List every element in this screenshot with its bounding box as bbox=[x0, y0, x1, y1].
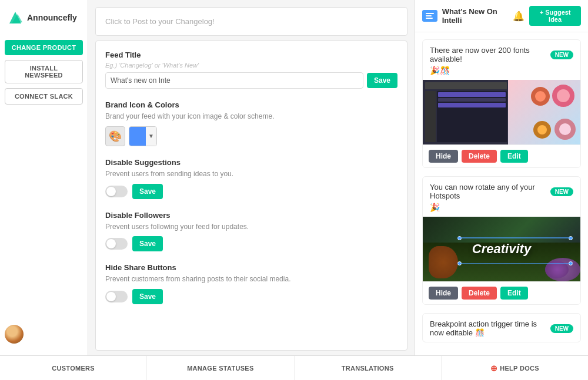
feed-entry-hotspots-emoji: 🎉 bbox=[430, 203, 573, 212]
avatar[interactable] bbox=[5, 325, 24, 344]
feed-entry-hotspots-header: You can now rotate any of your Hotspots … bbox=[423, 177, 580, 217]
hide-share-buttons-section: Hide Share Buttons Prevent customers fro… bbox=[105, 263, 397, 304]
hide-share-buttons-toggle[interactable] bbox=[105, 291, 128, 302]
right-header: What's New On Intelli 🔔 + Suggest Idea bbox=[415, 0, 588, 32]
translations-button[interactable]: TRANSLATIONS bbox=[295, 356, 442, 380]
notification-bell-button[interactable]: 🔔 bbox=[513, 11, 524, 22]
feed-entry-hotspots-actions: Hide Delete Edit bbox=[423, 281, 580, 304]
color-chevron-icon[interactable]: ▼ bbox=[146, 127, 156, 146]
disable-followers-desc: Prevent users following your feed for up… bbox=[105, 222, 397, 232]
disable-suggestions-toggle[interactable] bbox=[105, 186, 128, 197]
help-docs-label: HELP DOCS bbox=[500, 365, 539, 372]
hide-share-buttons-row: Save bbox=[105, 289, 397, 304]
feed-entry-hotspots-delete-button[interactable]: Delete bbox=[462, 287, 497, 300]
feed-entry-hotspots-text: You can now rotate any of your Hotspots bbox=[430, 183, 546, 200]
feed-entry-fonts-badge: NEW bbox=[550, 51, 573, 59]
feed-title-save-button[interactable]: Save bbox=[367, 73, 397, 88]
help-docs-button[interactable]: ⊕ HELP DOCS bbox=[442, 356, 588, 380]
logo-icon bbox=[7, 9, 24, 26]
feed-title-section: Feed Title Eg.) 'Changelog' or 'What's N… bbox=[105, 51, 397, 89]
creativity-text: Creativity bbox=[472, 241, 531, 257]
feed-title-label: Feed Title bbox=[105, 51, 397, 59]
right-panel: What's New On Intelli 🔔 + Suggest Idea T… bbox=[415, 0, 588, 355]
feed-entry-fonts-text: There are now over 200 fonts available! bbox=[430, 46, 546, 63]
disable-followers-section: Disable Followers Prevent users followin… bbox=[105, 211, 397, 252]
disable-followers-toggle[interactable] bbox=[105, 238, 128, 250]
feed-entry-hotspots: You can now rotate any of your Hotspots … bbox=[422, 176, 581, 305]
feed-title-input-row: Save bbox=[105, 72, 397, 89]
change-product-button[interactable]: CHANGE PRODUCT bbox=[5, 40, 83, 55]
disable-followers-label: Disable Followers bbox=[105, 211, 397, 220]
feed-entry-fonts-image bbox=[423, 80, 580, 144]
feed-title-input[interactable] bbox=[105, 72, 363, 89]
brand-icon-section: Brand Icon & Colors Brand your feed with… bbox=[105, 100, 397, 146]
main-content: Click to Post to your Changelog! Feed Ti… bbox=[88, 0, 415, 355]
post-bar[interactable]: Click to Post to your Changelog! bbox=[95, 7, 407, 36]
feed-entry-fonts-hide-button[interactable]: Hide bbox=[429, 150, 458, 163]
right-panel-title: What's New On Intelli bbox=[442, 7, 513, 25]
feed-entry-fonts-delete-button[interactable]: Delete bbox=[462, 150, 497, 163]
hide-share-buttons-label: Hide Share Buttons bbox=[105, 263, 397, 272]
feed-entry-hotspots-title-row: You can now rotate any of your Hotspots … bbox=[430, 183, 573, 200]
feed-entry-hotspots-badge: NEW bbox=[550, 187, 573, 196]
feed-title-placeholder: Eg.) 'Changelog' or 'What's New' bbox=[105, 62, 397, 69]
disable-suggestions-section: Disable Suggestions Prevent users from s… bbox=[105, 158, 397, 199]
feed-entry-fonts-title-row: There are now over 200 fonts available! … bbox=[430, 46, 573, 63]
feed-entry-fonts-emoji: 🎉🎊 bbox=[430, 66, 573, 75]
brand-icon-desc: Brand your feed with your icon image & c… bbox=[105, 112, 397, 122]
feed-entry-breakpoint: Breakpoint action trigger time is now ed… bbox=[422, 313, 581, 342]
feed-entry-fonts-actions: Hide Delete Edit bbox=[423, 144, 580, 167]
feed-entry-breakpoint-title-row: Breakpoint action trigger time is now ed… bbox=[430, 320, 573, 337]
logo-text: Announcefly bbox=[27, 13, 77, 22]
avatar-area bbox=[5, 320, 83, 348]
customers-button[interactable]: CUSTOMERS bbox=[0, 356, 147, 380]
help-docs-icon: ⊕ bbox=[490, 364, 497, 373]
feed-entry-fonts: There are now over 200 fonts available! … bbox=[422, 39, 581, 168]
brand-icon-label: Brand Icon & Colors bbox=[105, 100, 397, 109]
feed-icon bbox=[422, 10, 437, 22]
logo-area: Announcefly bbox=[5, 7, 83, 28]
color-row: 🎨 ▼ bbox=[105, 126, 397, 146]
sidebar: Announcefly CHANGE PRODUCT INSTALL NEWSF… bbox=[0, 0, 88, 355]
feed-entry-breakpoint-header: Breakpoint action trigger time is now ed… bbox=[423, 314, 580, 342]
post-bar-text: Click to Post to your Changelog! bbox=[105, 17, 215, 26]
settings-panel: Feed Title Eg.) 'Changelog' or 'What's N… bbox=[95, 41, 407, 351]
bottom-bar: CUSTOMERS MANAGE STATUSES TRANSLATIONS ⊕… bbox=[0, 355, 588, 380]
feed-entry-hotspots-hide-button[interactable]: Hide bbox=[429, 287, 458, 300]
feed-entry-fonts-edit-button[interactable]: Edit bbox=[500, 150, 528, 163]
feed-entry-breakpoint-badge: NEW bbox=[550, 324, 573, 333]
color-picker[interactable]: ▼ bbox=[129, 126, 157, 146]
icon-preview[interactable]: 🎨 bbox=[105, 126, 125, 146]
disable-suggestions-label: Disable Suggestions bbox=[105, 158, 397, 167]
disable-suggestions-row: Save bbox=[105, 184, 397, 199]
right-header-left: What's New On Intelli bbox=[422, 7, 513, 25]
feed-entry-hotspots-edit-button[interactable]: Edit bbox=[500, 287, 528, 300]
right-actions: 🔔 + Suggest Idea bbox=[513, 6, 581, 26]
connect-slack-button[interactable]: CONNECT SLACK bbox=[5, 88, 83, 105]
disable-suggestions-desc: Prevent users from sending ideas to you. bbox=[105, 169, 397, 179]
suggest-idea-button[interactable]: + Suggest Idea bbox=[529, 6, 581, 26]
disable-followers-save-button[interactable]: Save bbox=[132, 236, 163, 251]
feed-entry-hotspots-image: Creativity bbox=[423, 217, 580, 281]
manage-statuses-button[interactable]: MANAGE STATUSES bbox=[147, 356, 294, 380]
right-feed: There are now over 200 fonts available! … bbox=[415, 32, 588, 355]
color-swatch[interactable] bbox=[129, 127, 146, 146]
hide-share-buttons-save-button[interactable]: Save bbox=[132, 289, 163, 304]
icon-preview-emoji: 🎨 bbox=[109, 130, 122, 143]
feed-entry-breakpoint-text: Breakpoint action trigger time is now ed… bbox=[430, 320, 546, 337]
feed-entry-fonts-header: There are now over 200 fonts available! … bbox=[423, 40, 580, 80]
disable-followers-row: Save bbox=[105, 236, 397, 251]
hide-share-buttons-desc: Prevent customers from sharing posts to … bbox=[105, 274, 397, 284]
disable-suggestions-save-button[interactable]: Save bbox=[132, 184, 163, 199]
install-newsfeed-button[interactable]: INSTALL NEWSFEED bbox=[5, 60, 83, 83]
